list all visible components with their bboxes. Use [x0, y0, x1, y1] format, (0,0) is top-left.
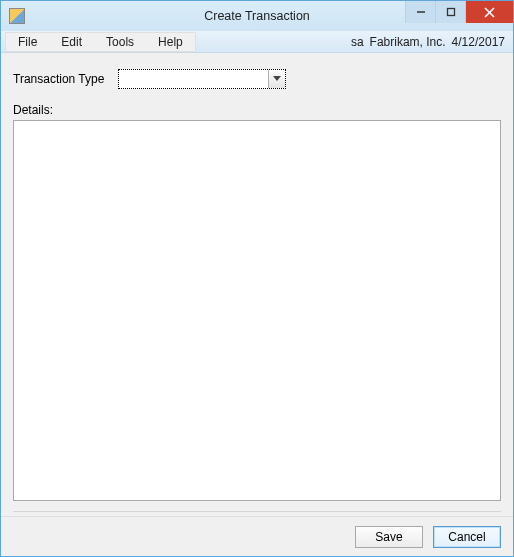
- svg-marker-4: [273, 76, 281, 81]
- menu-edit[interactable]: Edit: [49, 33, 94, 51]
- status-company: Fabrikam, Inc.: [370, 35, 446, 49]
- minimize-button[interactable]: [405, 1, 435, 23]
- dropdown-button[interactable]: [268, 70, 285, 88]
- separator: [13, 511, 501, 512]
- details-textarea[interactable]: [13, 120, 501, 501]
- svg-rect-1: [447, 9, 454, 16]
- app-icon: [9, 8, 25, 24]
- window-controls: [405, 1, 513, 23]
- menu-help[interactable]: Help: [146, 33, 195, 51]
- cancel-button[interactable]: Cancel: [433, 526, 501, 548]
- menu-tools[interactable]: Tools: [94, 33, 146, 51]
- save-button[interactable]: Save: [355, 526, 423, 548]
- content-area: Transaction Type Details:: [1, 53, 513, 516]
- titlebar: Create Transaction: [1, 1, 513, 31]
- status-date: 4/12/2017: [452, 35, 505, 49]
- minimize-icon: [416, 7, 426, 17]
- status-user: sa: [351, 35, 364, 49]
- maximize-button[interactable]: [435, 1, 465, 23]
- footer: Save Cancel: [1, 516, 513, 556]
- transaction-type-select[interactable]: [118, 69, 286, 89]
- status-area: sa Fabrikam, Inc. 4/12/2017: [351, 35, 509, 49]
- transaction-type-label: Transaction Type: [13, 72, 104, 86]
- details-label: Details:: [13, 103, 501, 117]
- menubar: File Edit Tools Help sa Fabrikam, Inc. 4…: [1, 31, 513, 53]
- maximize-icon: [446, 7, 456, 17]
- close-button[interactable]: [465, 1, 513, 23]
- menu-file[interactable]: File: [6, 33, 49, 51]
- close-icon: [484, 7, 495, 18]
- chevron-down-icon: [273, 76, 281, 82]
